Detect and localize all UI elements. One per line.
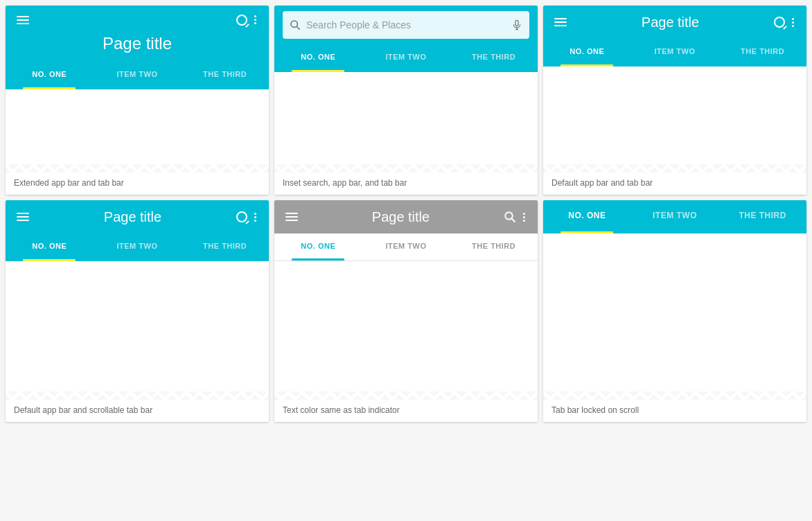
tab-no-one[interactable]: NO. ONE (6, 233, 94, 261)
tab-item-two[interactable]: ITEM TWO (631, 200, 719, 233)
mic-icon (511, 19, 522, 30)
svg-point-0 (291, 21, 297, 27)
tab-item-two[interactable]: ITEM TWO (94, 62, 182, 89)
menu-icon[interactable] (283, 210, 301, 224)
card-label: Tab bar locked on scroll (543, 400, 806, 422)
search-placeholder-text: Search People & Places (301, 19, 511, 30)
card-body (6, 261, 269, 400)
tab-the-third[interactable]: THE THIRD (718, 200, 806, 233)
hamburger-icon (17, 213, 29, 221)
main-grid: Page title NO. ONE ITEM TWO THE THIRD Ex… (0, 0, 812, 427)
tab-no-one[interactable]: NO. ONE (274, 233, 362, 260)
search-button[interactable] (233, 209, 250, 225)
tab-item-two[interactable]: ITEM TWO (362, 233, 450, 260)
svg-line-1 (297, 26, 300, 30)
app-bar: Page title (6, 200, 269, 233)
tab-no-one[interactable]: NO. ONE (6, 62, 94, 89)
page-title: Page title (570, 15, 771, 30)
tab-the-third[interactable]: THE THIRD (718, 39, 806, 67)
more-button[interactable] (519, 209, 529, 226)
card-scrollable-tabbar: Page title NO. ONE ITEM TWO THE THIRD De… (6, 200, 269, 422)
app-bar-title-row (14, 11, 261, 28)
tab-the-third[interactable]: THE THIRD (181, 62, 269, 89)
search-app-bar: Search People & Places (274, 6, 538, 44)
more-button[interactable] (250, 11, 261, 28)
tab-bar: NO. ONE ITEM TWO THE THIRD (274, 44, 538, 72)
tab-no-one[interactable]: NO. ONE (543, 39, 631, 67)
search-button[interactable] (771, 14, 788, 30)
tab-the-third[interactable]: THE THIRD (450, 44, 538, 72)
more-icon (791, 17, 795, 28)
search-button[interactable] (501, 208, 519, 226)
tab-the-third[interactable]: THE THIRD (450, 233, 538, 260)
hamburger-icon (554, 18, 567, 26)
search-icon (236, 211, 247, 222)
hamburger-icon (285, 213, 298, 221)
card-extended-appbar: Page title NO. ONE ITEM TWO THE THIRD Ex… (6, 6, 269, 195)
menu-icon[interactable] (551, 15, 570, 29)
card-text-color-tab: Page title NO. ONE ITEM TWO THE THIRD Te… (274, 200, 538, 422)
card-body (274, 261, 538, 400)
svg-rect-2 (515, 20, 518, 26)
more-icon (522, 211, 527, 223)
card-label: Inset search, app bar, and tab bar (274, 173, 538, 195)
card-label: Default app bar and tab bar (543, 173, 806, 195)
tab-no-one[interactable]: NO. ONE (274, 44, 362, 72)
page-title: Page title (14, 31, 261, 62)
tab-item-two[interactable]: ITEM TWO (94, 233, 182, 261)
extended-app-bar: Page title (6, 6, 269, 62)
card-body (543, 233, 806, 400)
card-label: Default app bar and scrollable tab bar (6, 400, 269, 422)
search-button[interactable] (233, 12, 250, 28)
app-bar-gray: Page title (274, 200, 538, 233)
tab-bar-standalone: NO. ONE ITEM TWO THE THIRD (543, 200, 806, 233)
search-input-container[interactable]: Search People & Places (283, 11, 529, 39)
more-button[interactable] (250, 209, 261, 226)
menu-icon[interactable] (14, 210, 32, 224)
card-locked-scroll: NO. ONE ITEM TWO THE THIRD Tab bar locke… (543, 200, 806, 422)
svg-line-6 (511, 218, 515, 222)
tab-item-two[interactable]: ITEM TWO (631, 39, 719, 67)
tab-bar: NO. ONE ITEM TWO THE THIRD (543, 39, 806, 67)
menu-icon[interactable] (14, 13, 32, 27)
card-body (6, 89, 269, 173)
app-bar: Page title (543, 6, 806, 39)
tab-item-two[interactable]: ITEM TWO (362, 44, 450, 72)
search-icon (504, 211, 516, 223)
hamburger-icon (17, 16, 29, 24)
card-body (274, 72, 538, 173)
search-icon (774, 17, 785, 28)
more-icon (253, 211, 258, 223)
card-inset-search: Search People & Places NO. ONE ITEM TWO … (274, 6, 538, 195)
tab-no-one[interactable]: NO. ONE (543, 200, 631, 233)
card-label: Extended app bar and tab bar (6, 173, 269, 195)
search-icon (290, 19, 301, 30)
more-button[interactable] (788, 14, 798, 31)
page-title: Page title (301, 209, 501, 225)
card-default-appbar: Page title NO. ONE ITEM TWO THE THIRD De… (543, 6, 806, 195)
card-label: Text color same as tab indicator (274, 400, 538, 422)
tab-bar-light: NO. ONE ITEM TWO THE THIRD (274, 233, 538, 261)
more-icon (253, 14, 258, 26)
card-body (543, 67, 806, 173)
svg-point-5 (505, 212, 513, 220)
tab-bar: NO. ONE ITEM TWO THE THIRD (6, 233, 269, 261)
search-icon (236, 15, 247, 26)
tab-the-third[interactable]: THE THIRD (181, 233, 269, 261)
page-title: Page title (32, 209, 233, 225)
tab-bar: NO. ONE ITEM TWO THE THIRD (6, 62, 269, 89)
